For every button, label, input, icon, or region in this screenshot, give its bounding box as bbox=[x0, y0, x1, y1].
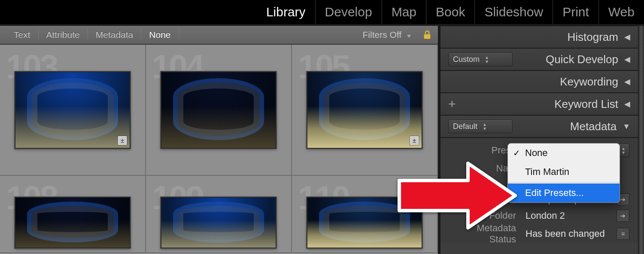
grid-cell[interactable]: 110 bbox=[292, 176, 438, 253]
grid-view-area: Text Attribute Metadata None Filters Off… bbox=[0, 26, 438, 254]
module-print[interactable]: Print bbox=[553, 0, 598, 24]
panel-scrollbar[interactable] bbox=[638, 26, 644, 254]
panel-header-keywording[interactable]: Keywording ◀ bbox=[440, 70, 638, 93]
thumbnail[interactable] bbox=[307, 197, 422, 248]
menu-item-label: None bbox=[525, 147, 548, 159]
filter-text[interactable]: Text bbox=[6, 30, 39, 40]
panel-header-histogram[interactable]: Histogram ◀ bbox=[440, 26, 638, 48]
thumbnail[interactable] bbox=[15, 71, 131, 149]
thumbnail[interactable] bbox=[161, 197, 276, 248]
filter-metadata[interactable]: Metadata bbox=[88, 30, 142, 40]
checkmark-icon: ✓ bbox=[513, 148, 520, 158]
panel-title: Quick Develop bbox=[546, 53, 618, 66]
filters-off-label: Filters Off bbox=[363, 30, 402, 40]
stepper-icon: ▴▾ bbox=[622, 146, 625, 155]
panel-title: Metadata bbox=[570, 120, 617, 133]
menu-item-label: Tim Martin bbox=[525, 166, 569, 177]
grid-cell[interactable]: 108 bbox=[0, 176, 146, 253]
module-book[interactable]: Book bbox=[426, 0, 474, 24]
module-develop[interactable]: Develop bbox=[315, 0, 382, 24]
chevron-down-icon: ▾ bbox=[403, 32, 416, 39]
stepper-icon: ▴▾ bbox=[483, 122, 486, 131]
thumbnail-grid[interactable]: 103 104 105 108 109 bbox=[0, 45, 438, 254]
module-web[interactable]: Web bbox=[598, 0, 644, 24]
field-label: Metadata Status bbox=[449, 223, 523, 245]
disclosure-down-icon: ▼ bbox=[623, 122, 630, 131]
develop-badge-icon[interactable] bbox=[118, 136, 127, 145]
library-filter-bar: Text Attribute Metadata None Filters Off… bbox=[0, 26, 438, 45]
module-slideshow[interactable]: Slideshow bbox=[474, 0, 553, 24]
develop-badge-icon[interactable] bbox=[410, 136, 419, 145]
resolve-status-button[interactable]: ≡ bbox=[617, 228, 629, 240]
field-value[interactable]: London 2 bbox=[523, 210, 612, 221]
thumbnail[interactable] bbox=[15, 197, 131, 248]
metadata-row-folder: Folder London 2 ➔ bbox=[449, 207, 629, 225]
grid-cell[interactable]: 103 bbox=[0, 45, 146, 176]
metadata-view-dropdown[interactable]: Default ▴▾ bbox=[448, 119, 513, 133]
panel-title: Keywording bbox=[560, 75, 618, 89]
panel-header-quick-develop[interactable]: Custom ▴▾ Quick Develop ◀ bbox=[440, 48, 638, 70]
module-map[interactable]: Map bbox=[382, 0, 426, 24]
filter-none[interactable]: None bbox=[141, 30, 179, 40]
menu-item-label: Edit Presets... bbox=[525, 187, 584, 199]
grid-cell[interactable]: 105 bbox=[292, 45, 438, 176]
grid-cell[interactable]: 109 bbox=[146, 176, 292, 253]
panel-header-keyword-list[interactable]: + Keyword List ◀ bbox=[440, 93, 638, 115]
filter-attribute[interactable]: Attribute bbox=[39, 30, 88, 40]
disclosure-left-icon: ◀ bbox=[624, 77, 630, 86]
thumbnail[interactable] bbox=[307, 71, 422, 149]
preset-menu-item-edit[interactable]: Edit Presets... bbox=[508, 184, 620, 202]
module-picker-bar: Library Develop Map Book Slideshow Print… bbox=[0, 0, 644, 24]
quick-develop-preset-dropdown[interactable]: Custom ▴▾ bbox=[448, 52, 513, 66]
dropdown-value: Default bbox=[453, 122, 477, 131]
stepper-icon: ▴▾ bbox=[486, 55, 488, 64]
panel-title: Histogram bbox=[568, 31, 618, 44]
module-library[interactable]: Library bbox=[257, 0, 315, 24]
goto-folder-button[interactable]: ➔ bbox=[617, 210, 629, 222]
preset-menu-item-user[interactable]: Tim Martin bbox=[508, 162, 620, 181]
thumbnail[interactable] bbox=[161, 71, 276, 149]
disclosure-left-icon: ◀ bbox=[624, 55, 630, 64]
plus-icon[interactable]: + bbox=[448, 97, 456, 111]
disclosure-left-icon: ◀ bbox=[624, 32, 630, 42]
menu-separator bbox=[508, 182, 620, 183]
metadata-preset-menu: ✓ None Tim Martin Edit Presets... bbox=[507, 143, 620, 203]
panel-title: Keyword List bbox=[554, 98, 618, 111]
metadata-row-status: Metadata Status Has been changed ≡ bbox=[449, 225, 629, 243]
filter-lock-icon[interactable] bbox=[422, 30, 432, 40]
field-label: Folder bbox=[449, 210, 523, 221]
disclosure-left-icon: ◀ bbox=[624, 99, 630, 109]
filter-preset-dropdown[interactable]: Filters Off ▾ bbox=[363, 30, 416, 40]
right-panel-group: Histogram ◀ Custom ▴▾ Quick Develop ◀ Ke… bbox=[438, 26, 644, 254]
preset-menu-item-none[interactable]: ✓ None bbox=[508, 144, 620, 162]
grid-cell[interactable]: 104 bbox=[146, 45, 292, 176]
panel-header-metadata[interactable]: Default ▴▾ Metadata ▼ bbox=[440, 115, 638, 138]
workspace: Text Attribute Metadata None Filters Off… bbox=[0, 24, 644, 254]
field-value: Has been changed bbox=[523, 228, 612, 239]
dropdown-value: Custom bbox=[453, 55, 480, 64]
